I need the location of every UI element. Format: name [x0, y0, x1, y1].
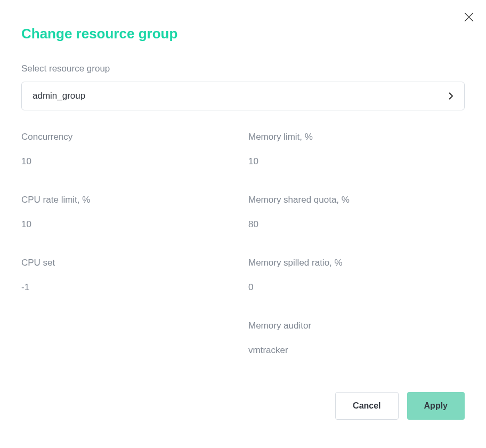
field-label: CPU set — [21, 258, 238, 268]
field-label: Concurrency — [21, 132, 238, 142]
field-value: 10 — [21, 156, 238, 167]
field-label: Memory auditor — [248, 321, 465, 331]
field-concurrency: Concurrency 10 — [21, 132, 238, 167]
chevron-right-icon — [448, 92, 453, 100]
apply-button[interactable]: Apply — [407, 392, 465, 420]
field-label: Memory limit, % — [248, 132, 465, 142]
field-label: Memory spilled ratio, % — [248, 258, 465, 268]
field-value: 80 — [248, 219, 465, 230]
field-cpu-set: CPU set -1 — [21, 258, 238, 293]
field-memory-auditor: Memory auditor vmtracker — [248, 321, 465, 356]
change-resource-group-dialog: Change resource group Select resource gr… — [0, 0, 486, 435]
close-icon — [464, 12, 474, 22]
field-memory-spilled-ratio: Memory spilled ratio, % 0 — [248, 258, 465, 293]
field-value: vmtracker — [248, 345, 465, 356]
dialog-title: Change resource group — [21, 26, 465, 42]
field-value: 10 — [248, 156, 465, 167]
field-value: 0 — [248, 282, 465, 293]
field-label: CPU rate limit, % — [21, 195, 238, 205]
cancel-button[interactable]: Cancel — [335, 392, 398, 420]
field-memory-limit: Memory limit, % 10 — [248, 132, 465, 167]
select-value: admin_group — [33, 91, 85, 101]
field-value: -1 — [21, 282, 238, 293]
field-cpu-rate-limit: CPU rate limit, % 10 — [21, 195, 238, 230]
close-button[interactable] — [463, 11, 475, 23]
fields-grid: Concurrency 10 Memory limit, % 10 CPU ra… — [21, 132, 465, 383]
field-memory-shared-quota: Memory shared quota, % 80 — [248, 195, 465, 230]
dialog-footer: Cancel Apply — [21, 392, 465, 420]
resource-group-select[interactable]: admin_group — [21, 82, 465, 110]
field-label: Memory shared quota, % — [248, 195, 465, 205]
field-value: 10 — [21, 219, 238, 230]
select-label: Select resource group — [21, 63, 465, 74]
